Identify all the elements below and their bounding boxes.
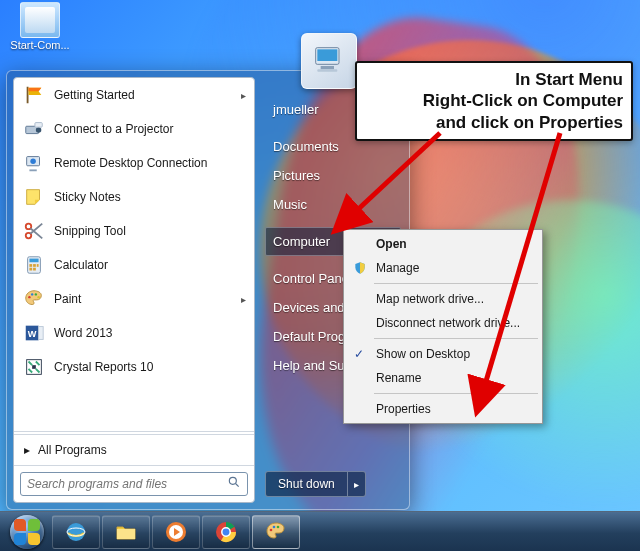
program-projector[interactable]: Connect to a Projector	[14, 112, 254, 146]
cm-show-desktop[interactable]: ✓Show on Desktop	[346, 342, 540, 366]
annotation-callout: In Start Menu Right-Click on Computer an…	[355, 61, 633, 141]
svg-point-2	[36, 127, 42, 133]
cm-rename[interactable]: Rename	[346, 366, 540, 390]
shutdown-button[interactable]: Shut down	[265, 471, 348, 497]
media-player-icon	[164, 520, 188, 544]
user-avatar[interactable]	[301, 33, 357, 89]
svg-rect-27	[321, 66, 334, 69]
chevron-right-icon: ▸	[241, 294, 246, 305]
program-label: Remote Desktop Connection	[54, 156, 207, 170]
taskbar-media-player[interactable]	[152, 515, 200, 549]
svg-rect-33	[117, 529, 135, 539]
svg-point-38	[270, 528, 273, 531]
divider	[374, 283, 538, 284]
projector-icon	[22, 117, 46, 141]
program-getting-started[interactable]: Getting Started ▸	[14, 78, 254, 112]
context-menu: Open Manage Map network drive... Disconn…	[343, 229, 543, 424]
svg-point-31	[67, 523, 85, 541]
program-crystal-reports[interactable]: Crystal Reports 10	[14, 350, 254, 384]
start-menu-left-pane: Getting Started ▸ Connect to a Projector…	[13, 77, 255, 503]
crystal-reports-icon	[22, 355, 46, 379]
program-snipping-tool[interactable]: Snipping Tool	[14, 214, 254, 248]
taskbar-explorer[interactable]	[102, 515, 150, 549]
shutdown-group: Shut down ▸	[265, 471, 401, 497]
cm-disconnect-drive[interactable]: Disconnect network drive...	[346, 311, 540, 335]
search-container	[14, 465, 254, 502]
program-label: Paint	[54, 292, 81, 306]
svg-text:W: W	[28, 329, 37, 339]
callout-line: In Start Menu	[365, 69, 623, 90]
right-item-music[interactable]: Music	[265, 190, 401, 219]
cm-manage[interactable]: Manage	[346, 256, 540, 280]
svg-rect-9	[29, 259, 38, 263]
taskbar-ie[interactable]	[52, 515, 100, 549]
flag-icon	[22, 83, 46, 107]
program-label: Snipping Tool	[54, 224, 126, 238]
ie-icon	[64, 520, 88, 544]
svg-rect-28	[317, 69, 337, 72]
remote-desktop-icon	[22, 151, 46, 175]
divider	[374, 338, 538, 339]
start-button[interactable]	[4, 514, 50, 550]
scissors-icon	[22, 219, 46, 243]
program-label: Getting Started	[54, 88, 135, 102]
taskbar	[0, 511, 640, 551]
program-label: Sticky Notes	[54, 190, 121, 204]
search-input[interactable]	[27, 477, 227, 491]
divider	[374, 393, 538, 394]
svg-point-40	[277, 525, 280, 528]
program-paint[interactable]: Paint ▸	[14, 282, 254, 316]
taskbar-chrome[interactable]	[202, 515, 250, 549]
chevron-right-icon: ▸	[241, 90, 246, 101]
svg-point-17	[35, 293, 37, 295]
svg-rect-14	[33, 268, 36, 271]
program-label: Crystal Reports 10	[54, 360, 153, 374]
program-rdp[interactable]: Remote Desktop Connection	[14, 146, 254, 180]
svg-rect-21	[39, 327, 44, 340]
sticky-note-icon	[22, 185, 46, 209]
all-programs[interactable]: ▸ All Programs	[14, 434, 254, 465]
right-item-pictures[interactable]: Pictures	[265, 161, 401, 190]
all-programs-label: All Programs	[38, 443, 107, 457]
palette-icon	[22, 287, 46, 311]
cm-map-drive[interactable]: Map network drive...	[346, 287, 540, 311]
program-label: Calculator	[54, 258, 108, 272]
svg-point-18	[37, 296, 39, 298]
svg-point-37	[222, 527, 230, 535]
svg-rect-26	[317, 49, 337, 61]
svg-rect-23	[32, 365, 36, 369]
taskbar-paint[interactable]	[252, 515, 300, 549]
computer-icon	[309, 41, 349, 81]
svg-point-5	[30, 158, 35, 164]
svg-point-16	[31, 293, 33, 295]
svg-point-39	[273, 525, 276, 528]
shield-icon	[352, 260, 368, 276]
chrome-icon	[214, 520, 238, 544]
program-calculator[interactable]: Calculator	[14, 248, 254, 282]
palette-icon	[264, 520, 288, 544]
program-word[interactable]: W Word 2013	[14, 316, 254, 350]
svg-point-24	[229, 477, 236, 484]
cm-properties[interactable]: Properties	[346, 397, 540, 421]
check-icon: ✓	[354, 347, 364, 361]
svg-point-15	[28, 296, 30, 298]
svg-rect-13	[29, 268, 32, 271]
desktop-shortcut[interactable]: Start-Com...	[4, 2, 76, 51]
shutdown-options-button[interactable]: ▸	[348, 471, 366, 497]
svg-rect-10	[29, 264, 32, 267]
word-icon: W	[22, 321, 46, 345]
folder-icon	[114, 520, 138, 544]
search-box[interactable]	[20, 472, 248, 496]
windows-orb-icon	[10, 515, 44, 549]
program-label: Word 2013	[54, 326, 112, 340]
shortcut-icon	[20, 2, 60, 38]
recent-programs-list: Getting Started ▸ Connect to a Projector…	[14, 78, 254, 429]
chevron-right-icon: ▸	[24, 443, 30, 457]
divider	[14, 431, 254, 432]
svg-rect-11	[33, 264, 36, 267]
program-sticky-notes[interactable]: Sticky Notes	[14, 180, 254, 214]
svg-rect-12	[37, 264, 39, 267]
cm-open[interactable]: Open	[346, 232, 540, 256]
svg-rect-0	[27, 87, 29, 104]
program-label: Connect to a Projector	[54, 122, 173, 136]
